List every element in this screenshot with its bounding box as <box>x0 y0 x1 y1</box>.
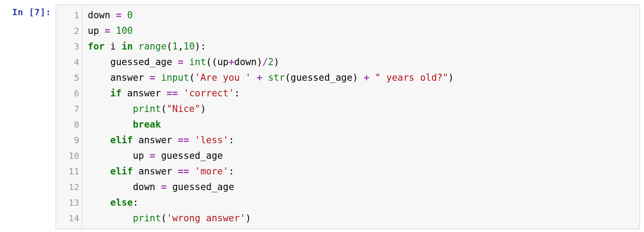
token-keyword: else <box>110 197 133 208</box>
line-number: 9 <box>56 133 79 148</box>
code-content[interactable]: down = 0up = 100for i in range(1,10): gu… <box>82 5 640 229</box>
token-op: = <box>150 150 155 161</box>
line-number-gutter: 1 2 3 4 5 6 7 8 9 10 11 12 13 14 <box>56 5 82 229</box>
token-name: answer <box>139 135 172 145</box>
code-line: down = 0 <box>88 8 635 23</box>
token-op: + <box>228 57 234 67</box>
token-string: 'correct' <box>183 88 234 99</box>
token-name: guessed_age <box>290 72 352 83</box>
token-string: 'wrong answer' <box>167 213 245 224</box>
token-number: 0 <box>127 10 133 21</box>
code-line: up = guessed_age <box>88 148 635 164</box>
token-name: guessed_age <box>161 150 223 161</box>
code-line: print("Nice") <box>88 101 635 117</box>
line-number: 10 <box>56 148 79 164</box>
cell-prompt: In [7]: <box>0 4 56 20</box>
code-line: else: <box>88 195 635 211</box>
code-line: guessed_age = int((up+down)/2) <box>88 54 635 70</box>
token-op: = <box>105 25 110 36</box>
token-name: down <box>234 57 257 67</box>
token-name: answer <box>110 72 144 83</box>
code-line: for i in range(1,10): <box>88 39 635 54</box>
token-op: = <box>116 10 122 21</box>
token-name: down <box>88 10 110 21</box>
token-punc: ( <box>167 41 172 52</box>
token-op: / <box>262 57 268 67</box>
token-punc: ) <box>448 72 454 83</box>
token-punc: : <box>200 41 206 52</box>
token-name: i <box>110 41 116 52</box>
token-keyword: elif <box>110 135 133 145</box>
code-line: up = 100 <box>88 23 635 39</box>
line-number: 6 <box>56 86 79 101</box>
token-name: up <box>133 150 144 161</box>
token-punc: ) <box>245 213 251 224</box>
token-punc: ( <box>285 72 291 83</box>
token-punc: ) <box>352 72 358 83</box>
token-punc: ) <box>257 57 262 67</box>
token-builtin: range <box>139 41 167 52</box>
line-number: 8 <box>56 117 79 133</box>
token-builtin: int <box>189 57 206 67</box>
token-name: answer <box>127 88 161 99</box>
token-op: = <box>161 182 167 192</box>
code-line: elif answer == 'more': <box>88 164 635 179</box>
token-builtin: print <box>133 104 161 114</box>
token-op: = <box>178 57 183 67</box>
code-input-area[interactable]: 1 2 3 4 5 6 7 8 9 10 11 12 13 14 down = … <box>56 4 640 229</box>
line-number: 11 <box>56 164 79 179</box>
code-line: elif answer == 'less': <box>88 133 635 148</box>
token-number: 2 <box>268 57 274 67</box>
token-op: + <box>364 72 370 83</box>
token-name: guessed_age <box>172 182 234 192</box>
token-op: == <box>178 166 189 177</box>
token-string: 'more' <box>195 166 228 177</box>
token-op: = <box>150 72 155 83</box>
token-punc: ( <box>161 104 167 114</box>
token-punc: ( <box>206 57 212 67</box>
token-number: 10 <box>183 41 195 52</box>
code-line: print('wrong answer') <box>88 211 635 226</box>
token-builtin: str <box>268 72 285 83</box>
token-string: " years old?" <box>375 72 448 83</box>
line-number: 1 <box>56 8 79 23</box>
token-name: answer <box>139 166 172 177</box>
code-line: down = guessed_age <box>88 179 635 195</box>
token-name: up <box>88 25 99 36</box>
token-op: == <box>167 88 178 99</box>
token-name: guessed_age <box>110 57 172 67</box>
token-string: "Nice" <box>167 104 200 114</box>
token-op: + <box>257 72 262 83</box>
line-number: 4 <box>56 54 79 70</box>
token-punc: : <box>234 88 240 99</box>
token-number: 1 <box>172 41 178 52</box>
token-punc: ) <box>195 41 200 52</box>
code-line: answer = input('Are you ' + str(guessed_… <box>88 70 635 86</box>
token-punc: ( <box>189 72 195 83</box>
line-number: 5 <box>56 70 79 86</box>
token-keyword: break <box>133 119 161 130</box>
line-number: 3 <box>56 39 79 54</box>
code-cell: In [7]: 1 2 3 4 5 6 7 8 9 10 11 12 13 14… <box>0 0 644 229</box>
token-keyword: in <box>122 41 133 52</box>
token-punc: , <box>178 41 183 52</box>
token-punc: : <box>228 135 234 145</box>
token-string: 'less' <box>195 135 228 145</box>
token-builtin: input <box>161 72 189 83</box>
token-string: 'Are you ' <box>195 72 251 83</box>
code-line: break <box>88 117 635 133</box>
token-punc: : <box>228 166 234 177</box>
token-builtin: print <box>133 213 161 224</box>
line-number: 7 <box>56 101 79 117</box>
token-name: down <box>133 182 155 192</box>
code-line: if answer == 'correct': <box>88 86 635 101</box>
token-keyword: elif <box>110 166 133 177</box>
token-keyword: if <box>110 88 122 99</box>
token-name: up <box>217 57 228 67</box>
token-keyword: for <box>88 41 105 52</box>
token-punc: ( <box>161 213 167 224</box>
line-number: 14 <box>56 211 79 226</box>
token-punc: ) <box>273 57 279 67</box>
line-number: 12 <box>56 179 79 195</box>
line-number: 13 <box>56 195 79 211</box>
